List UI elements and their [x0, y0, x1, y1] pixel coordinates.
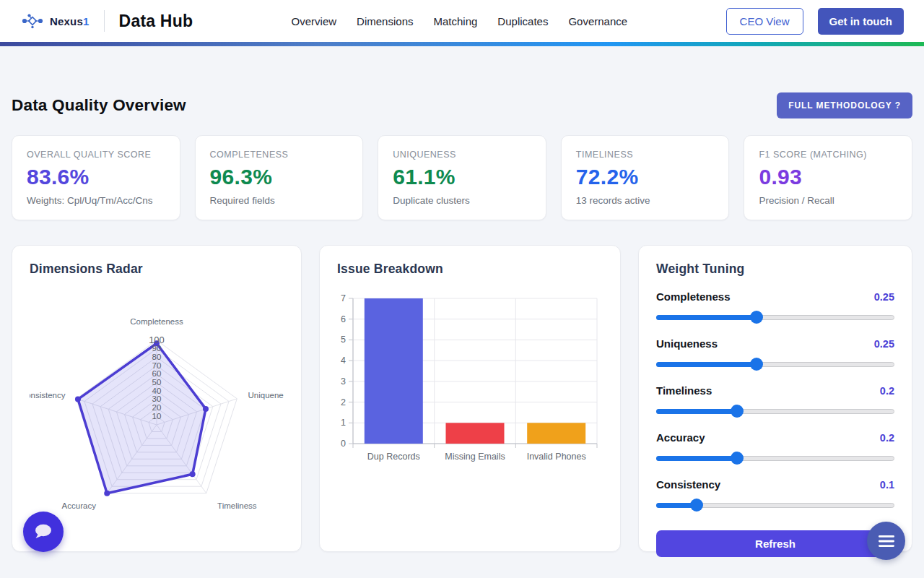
- card-label: COMPLETENESS: [210, 150, 349, 160]
- header-divider: [104, 10, 105, 32]
- page-title: Data Quality Overview: [12, 96, 186, 115]
- svg-text:Completeness: Completeness: [130, 317, 183, 326]
- slider-value: 0.25: [874, 291, 894, 303]
- svg-text:Consistency: Consistency: [30, 391, 66, 400]
- card-sub: 13 records active: [576, 195, 715, 206]
- svg-text:100: 100: [149, 335, 165, 345]
- slider-value: 0.2: [880, 432, 894, 444]
- chat-bubble-icon: [31, 519, 56, 544]
- svg-text:10: 10: [152, 412, 162, 420]
- header-gradient-bar: [0, 42, 924, 46]
- card-sub: Duplicate clusters: [393, 195, 531, 206]
- slider-label: Accuracy: [656, 431, 705, 444]
- svg-text:60: 60: [152, 369, 162, 378]
- consistency-slider[interactable]: [656, 499, 894, 512]
- header: Nexus1 Data Hub Overview Dimensions Matc…: [0, 0, 924, 42]
- card-label: TIMELINESS: [576, 150, 715, 160]
- refresh-button[interactable]: Refresh: [656, 530, 894, 557]
- accuracy-slider[interactable]: [656, 452, 894, 465]
- slider-value: 0.25: [874, 338, 894, 350]
- get-in-touch-button[interactable]: Get in touch: [818, 8, 905, 35]
- completeness-slider[interactable]: [656, 311, 894, 324]
- issues-panel-title: Issue Breakdown: [337, 262, 603, 277]
- nav-duplicates[interactable]: Duplicates: [496, 11, 549, 32]
- slider-label: Completeness: [656, 290, 731, 303]
- menu-fab-button[interactable]: [867, 522, 905, 560]
- ceo-view-button[interactable]: CEO View: [726, 8, 803, 35]
- card-sub: Required fields: [210, 195, 349, 206]
- card-overall-quality: OVERALL QUALITY SCORE 83.6% Weights: Cpl…: [12, 135, 180, 220]
- svg-text:30: 30: [152, 394, 162, 403]
- nav-overview[interactable]: Overview: [290, 11, 339, 32]
- svg-text:2: 2: [341, 397, 346, 407]
- svg-text:90: 90: [152, 344, 162, 353]
- main-content: Data Quality Overview FULL METHODOLOGY ?…: [0, 92, 924, 552]
- slider-value: 0.2: [880, 385, 894, 397]
- brand-name: Nexus1: [50, 15, 90, 27]
- svg-text:0: 0: [341, 439, 346, 449]
- weights-panel-title: Weight Tuning: [656, 262, 894, 277]
- card-sub: Weights: Cpl/Uq/Tm/Acc/Cns: [27, 195, 165, 206]
- slider-value: 0.1: [880, 479, 894, 491]
- card-f1-score: F1 SCORE (MATCHING) 0.93 Precision / Rec…: [744, 135, 912, 220]
- nexus-logo-icon: [22, 12, 43, 30]
- card-sub: Precision / Recall: [759, 195, 897, 206]
- card-completeness: COMPLETENESS 96.3% Required fields: [195, 135, 364, 220]
- uniqueness-slider[interactable]: [656, 358, 894, 371]
- card-value: 96.3%: [210, 165, 349, 189]
- svg-text:80: 80: [152, 353, 162, 361]
- card-label: UNIQUENESS: [393, 150, 531, 160]
- radar-chart: 102030405060708090100CompletenessUniquen…: [30, 290, 284, 538]
- svg-text:6: 6: [341, 314, 346, 324]
- slider-label: Uniqueness: [656, 337, 718, 350]
- svg-text:5: 5: [341, 335, 346, 345]
- svg-text:3: 3: [341, 376, 346, 387]
- slider-thumb[interactable]: [731, 405, 744, 418]
- nav-matching[interactable]: Matching: [432, 11, 479, 32]
- timeliness-slider[interactable]: [656, 405, 894, 418]
- brand[interactable]: Nexus1: [22, 12, 90, 30]
- card-value: 61.1%: [393, 165, 531, 189]
- svg-text:Timeliness: Timeliness: [217, 501, 257, 510]
- app-title: Data Hub: [119, 12, 193, 31]
- slider-thumb[interactable]: [690, 499, 703, 512]
- issue-breakdown-panel: Issue Breakdown 01234567Dup RecordsMissi…: [319, 245, 621, 552]
- slider-label: Consistency: [656, 478, 720, 491]
- main-nav: Overview Dimensions Matching Duplicates …: [290, 11, 629, 32]
- svg-text:40: 40: [152, 387, 162, 395]
- full-methodology-button[interactable]: FULL METHODOLOGY ?: [777, 92, 912, 118]
- slider-thumb[interactable]: [750, 311, 763, 324]
- nav-dimensions[interactable]: Dimensions: [355, 11, 414, 32]
- weight-row-completeness: Completeness 0.25: [656, 290, 894, 324]
- svg-text:Dup Records: Dup Records: [367, 452, 420, 462]
- svg-text:Missing Emails: Missing Emails: [445, 452, 505, 462]
- svg-text:70: 70: [152, 361, 162, 370]
- card-label: F1 SCORE (MATCHING): [759, 150, 897, 160]
- nav-governance[interactable]: Governance: [567, 11, 629, 32]
- card-timeliness: TIMELINESS 72.2% 13 records active: [561, 135, 730, 220]
- svg-text:7: 7: [341, 293, 346, 303]
- card-value: 83.6%: [27, 165, 165, 189]
- svg-text:Accuracy: Accuracy: [62, 501, 97, 510]
- card-value: 72.2%: [576, 165, 715, 189]
- svg-text:Uniqueness: Uniqueness: [248, 391, 284, 400]
- hamburger-icon: [878, 534, 895, 548]
- slider-thumb[interactable]: [731, 452, 744, 465]
- weight-tuning-panel: Weight Tuning Completeness 0.25 Uniquene…: [638, 245, 912, 552]
- header-actions: CEO View Get in touch: [726, 8, 904, 35]
- weight-row-consistency: Consistency 0.1: [656, 478, 894, 512]
- weight-row-uniqueness: Uniqueness 0.25: [656, 337, 894, 371]
- card-value: 0.93: [759, 165, 897, 189]
- svg-text:20: 20: [152, 403, 162, 412]
- weight-row-accuracy: Accuracy 0.2: [656, 431, 894, 465]
- card-uniqueness: UNIQUENESS 61.1% Duplicate clusters: [378, 135, 546, 220]
- svg-text:50: 50: [152, 378, 162, 387]
- issues-bar-chart: 01234567Dup RecordsMissing EmailsInvalid…: [337, 290, 603, 472]
- card-label: OVERALL QUALITY SCORE: [27, 150, 165, 160]
- metric-cards: OVERALL QUALITY SCORE 83.6% Weights: Cpl…: [12, 135, 912, 220]
- svg-text:Invalid Phones: Invalid Phones: [527, 452, 586, 462]
- slider-thumb[interactable]: [750, 358, 763, 371]
- dimensions-radar-panel: Dimensions Radar 102030405060708090100Co…: [12, 245, 302, 552]
- radar-panel-title: Dimensions Radar: [30, 262, 284, 277]
- chat-fab-button[interactable]: [23, 512, 64, 552]
